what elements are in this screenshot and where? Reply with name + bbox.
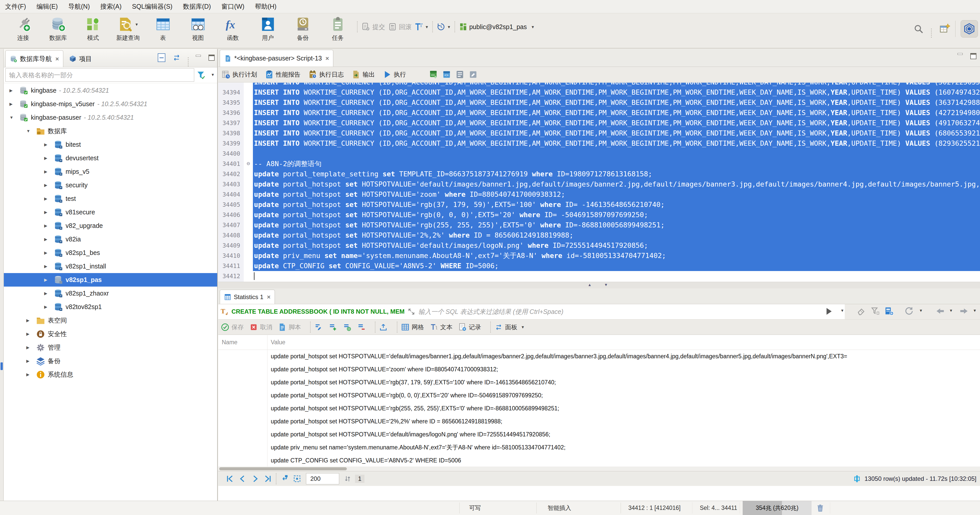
script-button[interactable]: 脚本	[278, 323, 301, 332]
last-page-icon[interactable]	[264, 474, 272, 483]
tree-item[interactable]: ▶ 管理	[4, 341, 217, 354]
first-page-icon[interactable]	[225, 474, 234, 483]
editor-line[interactable]: 34406 update portal_hotspot set HOTSPOTV…	[218, 210, 980, 220]
toolbar-button[interactable]: ▼ 表	[145, 15, 180, 42]
expand-arrow-icon[interactable]: ▶	[44, 291, 54, 296]
grid-row[interactable]: update portal_hotspot set HOTSPOTVALUE='…	[218, 428, 980, 441]
search-icon[interactable]	[913, 24, 924, 34]
grid-row[interactable]: update CTP_CONFIG set CONFIG_VALUE='A8NV…	[218, 454, 980, 467]
table-filter-input[interactable]	[5, 68, 194, 82]
toolbar-button[interactable]: ▼ 函数	[215, 15, 250, 42]
filter-sql-text[interactable]: CREATE TABLE ADDRESSBOOK ( ID INT8 NOT N…	[231, 308, 404, 315]
open-sql-console-icon[interactable]	[442, 70, 451, 79]
editor-line[interactable]: 34398 INSERT INTO WORKTIME_CURRENCY (ID,…	[218, 128, 980, 138]
grid-row[interactable]: update portal_hotspot set HOTSPOTVALUE='…	[218, 415, 980, 428]
page-size-input[interactable]: 200	[306, 473, 339, 484]
next-result-icon[interactable]	[959, 306, 969, 316]
tab-project[interactable]: 项目	[65, 50, 96, 67]
minimized-panel-handle[interactable]	[0, 362, 3, 370]
expand-arrow-icon[interactable]: ▶	[44, 142, 54, 147]
fold-marker-icon[interactable]	[244, 261, 253, 271]
editor-line[interactable]: 34395 INSERT INTO WORKTIME_CURRENCY (ID,…	[218, 97, 980, 108]
tree-item[interactable]: ▼ kingbase-pasuser - 10.2.5.40:54321	[4, 111, 217, 124]
editor-toolbar-button[interactable]: 输出	[352, 70, 375, 79]
tree-item[interactable]: ▶ bitest	[4, 138, 217, 151]
editor-line[interactable]: 34404 update portal_hotspot set HOTSPOTV…	[218, 189, 980, 200]
expand-arrow-icon[interactable]: ▶	[10, 102, 19, 106]
filter-history-caret-icon[interactable]: ▼	[840, 308, 844, 313]
caret-position-status[interactable]: 34412 : 1 [4124016]	[628, 501, 681, 515]
filters-icon[interactable]	[870, 306, 880, 316]
garbage-collect-icon[interactable]	[816, 504, 825, 513]
grid-row[interactable]: update priv_menu set name='system.menuna…	[218, 441, 980, 454]
editor-line[interactable]: 34412	[218, 271, 980, 281]
export-button[interactable]	[379, 323, 388, 332]
minimized-view-bar[interactable]	[0, 49, 3, 501]
expand-arrow-icon[interactable]: ▶	[44, 250, 54, 255]
menu-item[interactable]: 数据库(D)	[183, 2, 217, 11]
collapse-down-icon[interactable]: ▼	[604, 283, 608, 287]
editor-toolbar-button[interactable]: 执行	[383, 70, 406, 79]
minimize-editor-icon[interactable]	[957, 53, 964, 59]
menu-item[interactable]: 窗口(W)	[221, 2, 250, 11]
link-with-editor-icon[interactable]	[172, 53, 181, 62]
grid-row[interactable]: update portal_hotspot set HOTSPOTVALUE='…	[218, 376, 980, 389]
refresh-caret-icon[interactable]: ▼	[919, 308, 923, 313]
expand-arrow-icon[interactable]: ▶	[44, 277, 54, 282]
tree-item[interactable]: ▶ test	[4, 192, 217, 205]
fold-marker-icon[interactable]	[244, 271, 253, 281]
commit-button[interactable]: 提交	[372, 23, 385, 31]
tree-item[interactable]: ▶ 备份	[4, 354, 217, 368]
editor-toolbar-button[interactable]: 执行计划	[221, 70, 257, 79]
expand-arrow-icon[interactable]: ▼	[26, 129, 36, 134]
editor-toolbar-button[interactable]: 执行日志	[308, 70, 344, 79]
fold-marker-icon[interactable]: ⊖	[244, 159, 253, 169]
previous-page-icon[interactable]	[238, 474, 247, 483]
tree-item[interactable]: ▶ 安全性	[4, 327, 217, 341]
editor-line[interactable]: 34409 update portal_hotspot set HOTSPOTV…	[218, 240, 980, 251]
fold-marker-icon[interactable]	[244, 251, 253, 261]
editor-toolbar-button[interactable]: 性能报告	[265, 70, 301, 79]
editor-line[interactable]: INSERT INTO WORKTIME_CURRENCY (ID,ORG_AC…	[218, 83, 980, 87]
rollback-icon[interactable]	[388, 22, 397, 32]
tree-item[interactable]: ▶ 表空间	[4, 314, 217, 327]
toolbar-button[interactable]: ▼ 数据库	[41, 15, 76, 42]
tree-item[interactable]: ▶ kingbase - 10.2.5.40:54321	[4, 84, 217, 97]
copy-row-button[interactable]	[343, 323, 352, 332]
menu-item[interactable]: 导航(N)	[68, 2, 96, 11]
save-button[interactable]: 保存	[221, 323, 244, 332]
fold-marker-icon[interactable]	[244, 220, 253, 230]
record-view-button[interactable]: 记录	[458, 323, 481, 332]
editor-line[interactable]: 34411 update CTP_CONFIG set CONFIG_VALUE…	[218, 261, 980, 271]
fold-marker-icon[interactable]	[244, 169, 253, 179]
expand-arrow-icon[interactable]: ▼	[10, 115, 19, 120]
previous-result-icon[interactable]	[935, 306, 945, 316]
fold-marker-icon[interactable]	[244, 118, 253, 128]
fold-marker-icon[interactable]	[244, 128, 253, 138]
editor-line[interactable]: 34397 INSERT INTO WORKTIME_CURRENCY (ID,…	[218, 118, 980, 128]
editor-line[interactable]: 34410 update priv_menu set name='system.…	[218, 251, 980, 261]
expand-arrow-icon[interactable]: ▶	[10, 88, 19, 93]
filter-icon[interactable]	[196, 70, 206, 80]
fold-marker-icon[interactable]	[244, 179, 253, 189]
new-window-icon[interactable]	[939, 23, 950, 35]
fold-marker-icon[interactable]	[244, 200, 253, 210]
edit-row-button[interactable]	[314, 323, 323, 332]
cancel-button[interactable]: 取消	[249, 323, 272, 332]
editor-line[interactable]: 34401 ⊖ -- A8N-2的调整语句	[218, 159, 980, 169]
maximize-editor-icon[interactable]	[970, 53, 977, 59]
editor-line[interactable]: 34399 INSERT INTO WORKTIME_CURRENCY (ID,…	[218, 138, 980, 148]
tree-item[interactable]: ▶ kingbase-mips_v5user - 10.2.5.40:54321	[4, 97, 217, 111]
edit-script-icon[interactable]	[469, 70, 477, 79]
toolbar-button[interactable]: ▼ 连接	[6, 15, 41, 42]
panel-button[interactable]: 面板▼	[494, 323, 525, 332]
heap-status[interactable]: 354兆 (共620兆)	[743, 501, 811, 515]
expand-arrow-icon[interactable]: ▶	[44, 264, 54, 269]
close-tab-icon[interactable]: ×	[56, 56, 59, 62]
toolbar-button[interactable]: ▼ 备份	[285, 15, 320, 42]
refresh-page-icon[interactable]	[344, 475, 352, 483]
grid-row[interactable]: update portal_hotspot set HOTSPOTVALUE='…	[218, 350, 980, 363]
tree-item[interactable]: ▶ 系统信息	[4, 368, 217, 381]
apply-filter-icon[interactable]	[824, 306, 834, 316]
tab-statistics[interactable]: Statistics 1 ×	[220, 290, 275, 304]
